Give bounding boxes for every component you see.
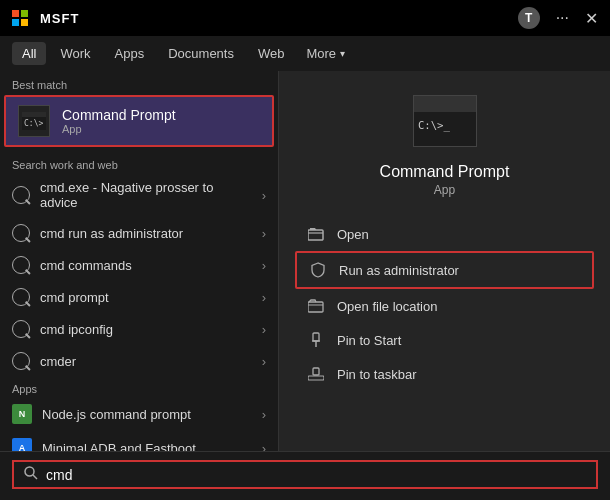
right-actions: Open Run as administrator (279, 217, 610, 391)
command-prompt-icon: C:\> (18, 105, 50, 137)
list-item[interactable]: A Minimal ADB and Fastboot › (0, 431, 278, 451)
pin-taskbar-icon (307, 365, 325, 383)
search-result-text: cmd run as administrator (40, 226, 252, 241)
tab-apps[interactable]: Apps (105, 42, 155, 65)
arrow-icon: › (262, 258, 266, 273)
search-bar (0, 451, 610, 497)
open-action[interactable]: Open (295, 217, 594, 251)
list-item[interactable]: cmd run as administrator › (0, 217, 278, 249)
search-result-text: cmd.exe - Nagative prosser to advice (40, 180, 252, 210)
apps-section-label: Apps (0, 377, 278, 397)
tab-all[interactable]: All (12, 42, 46, 65)
svg-text:C:\>_: C:\>_ (417, 119, 450, 132)
svg-rect-12 (313, 368, 319, 375)
search-bar-wrapper (12, 460, 598, 489)
list-item[interactable]: N Node.js command prompt › (0, 397, 278, 431)
right-panel-app-icon: C:\>_ (413, 95, 477, 147)
arrow-icon: › (262, 188, 266, 203)
close-button[interactable]: ✕ (585, 9, 598, 28)
folder-icon (307, 297, 325, 315)
pin-to-start-action[interactable]: Pin to Start (295, 323, 594, 357)
svg-line-14 (33, 475, 37, 479)
tab-work[interactable]: Work (50, 42, 100, 65)
search-icon (12, 224, 30, 242)
arrow-icon: › (262, 441, 266, 452)
search-icon (12, 320, 30, 338)
open-label: Open (337, 227, 369, 242)
list-item[interactable]: cmd ipconfig › (0, 313, 278, 345)
pin-to-taskbar-action[interactable]: Pin to taskbar (295, 357, 594, 391)
right-app-name: Command Prompt (380, 163, 510, 181)
title-bar-actions: T ··· ✕ (518, 7, 598, 29)
svg-rect-4 (414, 96, 476, 110)
best-match-type: App (62, 123, 176, 135)
pin-to-taskbar-label: Pin to taskbar (337, 367, 417, 382)
pin-icon (307, 331, 325, 349)
run-as-admin-action[interactable]: Run as administrator (295, 251, 594, 289)
best-match-label: Best match (0, 71, 278, 95)
right-app-type: App (434, 183, 455, 197)
search-icon (12, 288, 30, 306)
open-icon (307, 225, 325, 243)
svg-rect-7 (308, 302, 323, 312)
more-label: More (306, 46, 336, 61)
nav-tabs: All Work Apps Documents Web More ▾ (0, 36, 610, 71)
search-result-text: cmd commands (40, 258, 252, 273)
adb-icon: A (12, 438, 32, 451)
arrow-icon: › (262, 226, 266, 241)
chevron-down-icon: ▾ (340, 48, 345, 59)
best-match-info: Command Prompt App (62, 107, 176, 135)
svg-rect-11 (308, 376, 324, 380)
best-match-item[interactable]: C:\> Command Prompt App (4, 95, 274, 147)
arrow-icon: › (262, 290, 266, 305)
app-result-text: Node.js command prompt (42, 407, 252, 422)
more-options-button[interactable]: ··· (556, 9, 569, 27)
svg-text:C:\>: C:\> (24, 119, 43, 128)
svg-point-13 (25, 467, 34, 476)
list-item[interactable]: cmd prompt › (0, 281, 278, 313)
search-result-text: cmder (40, 354, 252, 369)
search-web-label: Search work and web (0, 151, 278, 173)
list-item[interactable]: cmd.exe - Nagative prosser to advice › (0, 173, 278, 217)
left-panel: Best match C:\> Command Prompt App Searc… (0, 71, 278, 451)
shield-icon (309, 261, 327, 279)
search-result-text: cmd ipconfig (40, 322, 252, 337)
search-icon (12, 352, 30, 370)
pin-to-start-label: Pin to Start (337, 333, 401, 348)
arrow-icon: › (262, 407, 266, 422)
avatar[interactable]: T (518, 7, 540, 29)
open-file-location-action[interactable]: Open file location (295, 289, 594, 323)
arrow-icon: › (262, 354, 266, 369)
nodejs-icon: N (12, 404, 32, 424)
open-file-location-label: Open file location (337, 299, 437, 314)
run-as-admin-label: Run as administrator (339, 263, 459, 278)
tab-more[interactable]: More ▾ (298, 42, 353, 65)
search-bar-icon (24, 466, 38, 483)
title-bar: MSFT T ··· ✕ (0, 0, 610, 36)
list-item[interactable]: cmd commands › (0, 249, 278, 281)
best-match-name: Command Prompt (62, 107, 176, 123)
arrow-icon: › (262, 322, 266, 337)
search-result-text: cmd prompt (40, 290, 252, 305)
app-result-text: Minimal ADB and Fastboot (42, 441, 252, 452)
search-icon (12, 256, 30, 274)
tab-web[interactable]: Web (248, 42, 295, 65)
svg-rect-1 (22, 112, 46, 117)
right-panel: C:\>_ Command Prompt App Open (279, 71, 610, 451)
search-input[interactable] (46, 467, 586, 483)
search-icon (12, 186, 30, 204)
msft-logo (12, 10, 28, 26)
svg-rect-6 (308, 230, 323, 240)
list-item[interactable]: cmder › (0, 345, 278, 377)
title-bar-title: MSFT (40, 11, 79, 26)
tab-documents[interactable]: Documents (158, 42, 244, 65)
main-container: Best match C:\> Command Prompt App Searc… (0, 71, 610, 451)
svg-rect-8 (313, 333, 319, 341)
